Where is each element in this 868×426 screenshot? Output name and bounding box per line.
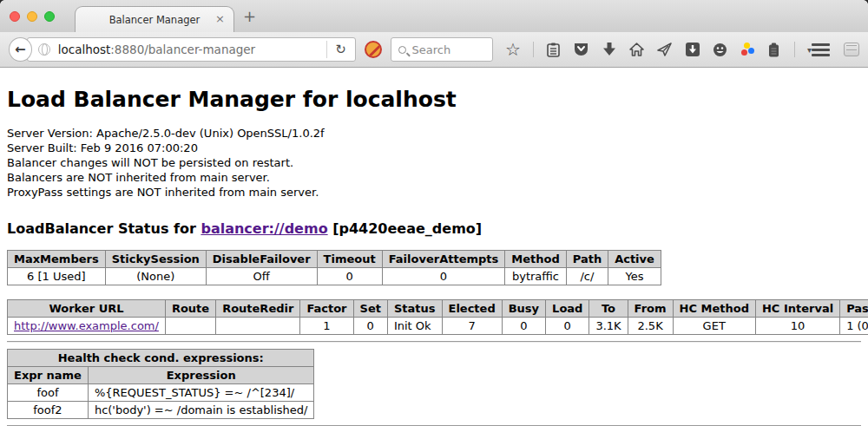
url-bar[interactable]: localhost:8880/balancer-manager ↻ [27,37,356,62]
bookmark-star-icon[interactable]: ☆ [505,42,521,57]
page-title: Load Balancer Manager for localhost [7,68,861,112]
table-header-row: Expr name Expression [8,367,314,384]
cell-maxmembers: 6 [1 Used] [8,268,106,285]
battery-extension-icon[interactable] [766,42,782,57]
window-minimize-button[interactable] [27,11,37,22]
reading-list-icon[interactable] [546,42,562,57]
toolbar-divider [794,42,795,57]
cell-route [165,318,215,335]
cell-elected: 7 [442,318,502,335]
col-hc-method: HC Method [673,300,755,318]
cell-failoverattempts: 0 [382,268,505,285]
col-from: From [628,300,673,318]
worker-status-table: Worker URL Route RouteRedir Factor Set S… [7,299,868,335]
table-row: foof2 hc('body') =~ /domain is establish… [8,402,314,419]
page-content: Load Balancer Manager for localhost Serv… [0,68,868,426]
url-text[interactable]: localhost:8880/balancer-manager [58,43,326,56]
server-built-line: Server Built: Feb 9 2016 07:00:20 [7,141,861,155]
col-routeredir: RouteRedir [216,300,300,318]
cell-load: 0 [546,318,589,335]
home-icon[interactable] [629,42,645,57]
col-status: Status [387,300,442,318]
cell-hc-method: GET [673,318,755,335]
table-row: foof %{REQUEST_STATUS} =~ /^[234]/ [8,384,314,402]
col-route: Route [165,300,215,318]
search-input[interactable]: Search [391,37,493,62]
col-stickysession: StickySession [105,251,206,268]
col-hc-interval: HC Interval [755,300,839,318]
url-path: :8880/balancer-manager [110,43,255,56]
content-blocker-icon[interactable] [365,41,382,58]
browser-window: Balancer Manager × + ← localhost:8880/ba… [0,0,868,426]
cell-worker-url: http://www.example.com/ [8,318,166,335]
server-version-line: Server Version: Apache/2.5.0-dev (Unix) … [7,126,861,141]
server-info: Server Version: Apache/2.5.0-dev (Unix) … [7,126,861,200]
cell-timeout: 0 [317,268,382,285]
cell-status: Init Ok [387,318,442,335]
cell-method: bytraffic [505,268,566,285]
col-method: Method [505,251,566,268]
toolbar-divider [533,42,534,57]
col-worker-url: Worker URL [8,300,166,318]
tab-close-icon[interactable]: × [215,13,225,25]
url-host: localhost [58,43,111,56]
health-table-title: Health check cond. expressions: [8,350,314,367]
table-title-row: Health check cond. expressions: [8,350,314,367]
proxypass-note-line: ProxyPass settings are NOT inherited fro… [7,185,861,200]
downloads-icon[interactable] [602,42,617,57]
globe-icon [38,43,50,56]
col-passes: Passes [840,300,868,318]
new-tab-button[interactable]: + [243,7,256,25]
balancer-heading-suffix: [p4420eeae_demo] [328,220,483,237]
search-placeholder: Search [412,43,451,56]
cell-path: /c/ [566,268,608,285]
worker-url-link[interactable]: http://www.example.com/ [14,319,159,332]
col-path: Path [566,251,608,268]
col-to: To [589,300,628,318]
toolbar-icons: ☆ [505,42,812,57]
menu-icon[interactable] [812,43,830,56]
back-button[interactable]: ← [9,37,32,62]
col-failoverattempts: FailoverAttempts [382,251,505,268]
search-icon [398,46,406,54]
section-divider [7,341,861,343]
health-check-table: Health check cond. expressions: Expr nam… [7,349,314,419]
cell-from: 2.5K [628,318,673,335]
col-elected: Elected [442,300,502,318]
cell-set: 0 [353,318,387,335]
balancer-heading-prefix: LoadBalancer Status for [7,220,201,237]
col-disablefailover: DisableFailover [206,251,317,268]
cell-expression: %{REQUEST_STATUS} =~ /^[234]/ [88,384,314,402]
send-to-device-icon[interactable] [657,42,673,57]
tab-balancer-manager[interactable]: Balancer Manager × [75,6,234,32]
download-manager-icon[interactable] [685,42,700,57]
table-header-row: Worker URL Route RouteRedir Factor Set S… [8,300,868,318]
col-load: Load [546,300,589,318]
cell-factor: 1 [300,318,353,335]
colored-dots-extension-icon[interactable] [740,43,754,56]
tab-title: Balancer Manager [109,14,201,26]
pocket-icon[interactable] [574,42,589,57]
window-close-button[interactable] [10,11,20,22]
tab-bar: Balancer Manager × + [0,0,868,32]
table-row: http://www.example.com/ 1 0 Init Ok 7 0 … [8,318,868,335]
table-row: 6 [1 Used] (None) Off 0 0 bytraffic /c/ … [8,268,661,285]
cell-expr-name: foof2 [8,402,89,419]
col-expr-name: Expr name [8,367,89,384]
cell-disablefailover: Off [206,268,317,285]
col-set: Set [353,300,387,318]
back-icon: ← [15,42,26,57]
cell-expr-name: foof [8,384,89,402]
window-zoom-button[interactable] [44,11,55,22]
col-factor: Factor [300,300,353,318]
emoji-smiley-icon[interactable] [713,42,728,57]
col-maxmembers: MaxMembers [8,251,106,268]
balancer-demo-link[interactable]: balancer://demo [201,220,327,237]
cell-hc-interval: 10 [755,318,839,335]
cell-passes: 1 (0) [840,318,868,335]
col-expression: Expression [88,367,314,384]
persist-note-line: Balancer changes will NOT be persisted o… [7,155,861,170]
cell-to: 3.1K [589,318,628,335]
keyboard-grid-icon[interactable] [844,43,859,56]
reload-button[interactable]: ↻ [327,42,355,57]
